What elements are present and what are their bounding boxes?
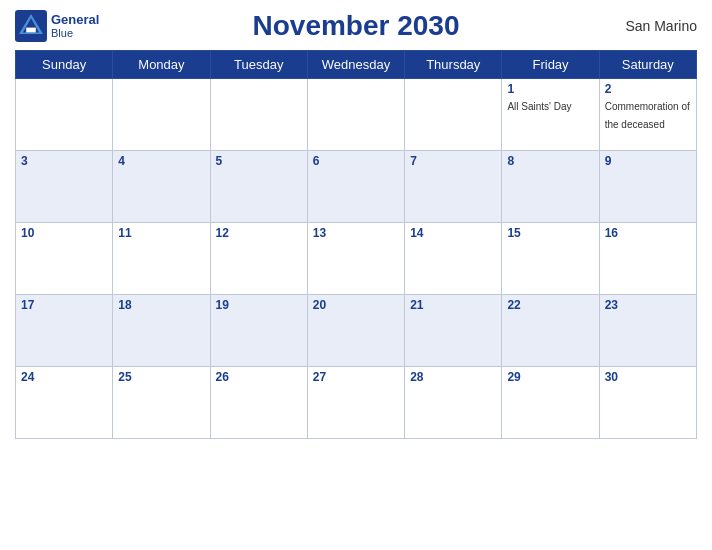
general-blue-logo-icon <box>15 10 47 42</box>
day-number: 25 <box>118 370 204 384</box>
table-row <box>307 79 404 151</box>
calendar-week-1: 1All Saints' Day2Commemoration of the de… <box>16 79 697 151</box>
calendar-title: November 2030 <box>135 10 577 42</box>
table-row: 12 <box>210 223 307 295</box>
calendar-header: General Blue November 2030 San Marino <box>15 10 697 42</box>
table-row: 14 <box>405 223 502 295</box>
table-row: 21 <box>405 295 502 367</box>
table-row: 2Commemoration of the deceased <box>599 79 696 151</box>
calendar-week-5: 24252627282930 <box>16 367 697 439</box>
day-number: 18 <box>118 298 204 312</box>
day-number: 29 <box>507 370 593 384</box>
table-row: 7 <box>405 151 502 223</box>
day-number: 14 <box>410 226 496 240</box>
table-row: 27 <box>307 367 404 439</box>
day-number: 28 <box>410 370 496 384</box>
day-number: 15 <box>507 226 593 240</box>
table-row: 11 <box>113 223 210 295</box>
day-number: 8 <box>507 154 593 168</box>
day-number: 3 <box>21 154 107 168</box>
day-number: 7 <box>410 154 496 168</box>
table-row <box>405 79 502 151</box>
table-row: 30 <box>599 367 696 439</box>
day-number: 16 <box>605 226 691 240</box>
table-row: 28 <box>405 367 502 439</box>
logo-general-text: General <box>51 13 99 27</box>
svg-rect-3 <box>26 28 36 33</box>
table-row: 25 <box>113 367 210 439</box>
day-number: 9 <box>605 154 691 168</box>
calendar-week-4: 17181920212223 <box>16 295 697 367</box>
table-row: 4 <box>113 151 210 223</box>
calendar-week-2: 3456789 <box>16 151 697 223</box>
table-row <box>210 79 307 151</box>
day-number: 13 <box>313 226 399 240</box>
table-row <box>113 79 210 151</box>
table-row: 22 <box>502 295 599 367</box>
table-row: 19 <box>210 295 307 367</box>
table-row: 3 <box>16 151 113 223</box>
day-number: 27 <box>313 370 399 384</box>
logo-area: General Blue <box>15 10 135 42</box>
table-row: 5 <box>210 151 307 223</box>
table-row: 6 <box>307 151 404 223</box>
day-number: 22 <box>507 298 593 312</box>
day-number: 12 <box>216 226 302 240</box>
table-row: 10 <box>16 223 113 295</box>
table-row: 23 <box>599 295 696 367</box>
day-number: 2 <box>605 82 691 96</box>
day-event: All Saints' Day <box>507 101 571 112</box>
day-number: 1 <box>507 82 593 96</box>
header-monday: Monday <box>113 51 210 79</box>
country-name: San Marino <box>577 18 697 34</box>
table-row: 24 <box>16 367 113 439</box>
weekday-header-row: Sunday Monday Tuesday Wednesday Thursday… <box>16 51 697 79</box>
header-sunday: Sunday <box>16 51 113 79</box>
table-row: 18 <box>113 295 210 367</box>
day-number: 10 <box>21 226 107 240</box>
table-row: 20 <box>307 295 404 367</box>
table-row: 13 <box>307 223 404 295</box>
day-event: Commemoration of the deceased <box>605 101 690 130</box>
calendar-week-3: 10111213141516 <box>16 223 697 295</box>
day-number: 26 <box>216 370 302 384</box>
day-number: 23 <box>605 298 691 312</box>
table-row: 8 <box>502 151 599 223</box>
table-row: 15 <box>502 223 599 295</box>
table-row: 16 <box>599 223 696 295</box>
header-wednesday: Wednesday <box>307 51 404 79</box>
day-number: 21 <box>410 298 496 312</box>
table-row: 9 <box>599 151 696 223</box>
table-row: 26 <box>210 367 307 439</box>
day-number: 19 <box>216 298 302 312</box>
calendar-container: General Blue November 2030 San Marino Su… <box>0 0 712 550</box>
table-row <box>16 79 113 151</box>
header-thursday: Thursday <box>405 51 502 79</box>
day-number: 17 <box>21 298 107 312</box>
table-row: 1All Saints' Day <box>502 79 599 151</box>
header-tuesday: Tuesday <box>210 51 307 79</box>
day-number: 4 <box>118 154 204 168</box>
day-number: 24 <box>21 370 107 384</box>
day-number: 20 <box>313 298 399 312</box>
table-row: 29 <box>502 367 599 439</box>
day-number: 5 <box>216 154 302 168</box>
header-friday: Friday <box>502 51 599 79</box>
logo-blue-text: Blue <box>51 27 99 39</box>
day-number: 6 <box>313 154 399 168</box>
day-number: 30 <box>605 370 691 384</box>
day-number: 11 <box>118 226 204 240</box>
header-saturday: Saturday <box>599 51 696 79</box>
table-row: 17 <box>16 295 113 367</box>
calendar-grid: Sunday Monday Tuesday Wednesday Thursday… <box>15 50 697 439</box>
